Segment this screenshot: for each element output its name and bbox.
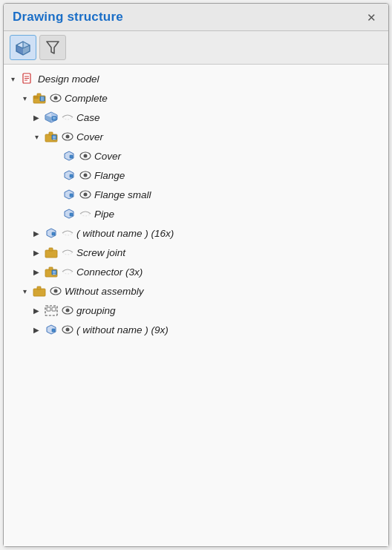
tree-toggle[interactable]: ▾ [30,131,42,143]
svg-rect-65 [47,307,50,311]
eye-half-icon [61,246,74,259]
svg-point-72 [66,328,70,332]
tree-row[interactable]: ▶ Case [4,108,388,127]
close-button[interactable]: ✕ [364,10,379,24]
svg-rect-37 [70,155,73,158]
tree-row[interactable]: Flange [4,166,388,185]
tree-row[interactable]: ▶ Connector (3x) [4,262,388,281]
doc-icon [20,71,35,86]
tree-toggle[interactable]: ▶ [30,324,42,335]
tree-row[interactable]: Flange small [4,185,388,204]
eye-open-icon [61,323,74,336]
item-label: Without assembly [65,286,143,297]
eye-open-icon [79,188,92,201]
item-label: Flange small [94,189,151,200]
item-label: Complete [65,93,108,104]
svg-rect-53 [49,248,53,251]
tree-toggle[interactable]: ▾ [19,92,30,104]
tree-toggle[interactable]: ▾ [19,285,30,297]
eye-open-icon [61,304,74,317]
item-label: Pipe [94,209,114,220]
tree-row[interactable]: ▶ grouping [4,301,388,320]
tree-row[interactable]: Pipe [4,204,388,223]
cube-view-button[interactable] [10,35,36,60]
part-small-icon [44,226,59,240]
item-label: Flange [94,170,125,181]
svg-point-35 [66,135,70,139]
svg-rect-56 [52,270,56,275]
assembly-icon [32,91,47,105]
part-small-icon [62,206,76,221]
svg-rect-29 [49,132,53,135]
svg-rect-51 [52,232,55,235]
item-label: Case [76,112,100,123]
eye-half-icon [79,207,92,220]
tree-row[interactable]: ▶ Screw joint [4,243,388,262]
svg-rect-52 [45,250,57,258]
grouping-icon [44,303,59,318]
svg-point-47 [84,193,88,197]
item-label: Cover [76,131,103,143]
svg-rect-14 [37,94,41,96]
eye-half-icon [61,226,74,240]
toolbar [4,31,388,65]
tree-toggle[interactable]: ▶ [30,111,42,123]
svg-rect-45 [70,194,73,197]
tree-row[interactable]: ▾ Cover [4,127,388,146]
tree-row[interactable]: ▾ Without assembly [4,281,388,301]
eye-open-icon [61,130,74,143]
eye-open-icon [79,149,92,163]
assembly-icon [44,129,59,144]
cube-icon [15,39,31,56]
item-label: Connector (3x) [76,266,143,278]
tree-toggle[interactable]: ▶ [30,304,42,316]
svg-point-63 [54,289,58,293]
svg-point-20 [54,96,58,100]
part-small-icon [62,148,76,163]
eye-half-icon [61,265,74,278]
filter-icon [46,40,59,55]
eye-open-icon [49,91,62,105]
panel-title: Drawing structure [13,10,123,24]
eye-half-icon [61,111,74,124]
svg-point-39 [84,154,88,158]
tree-toggle[interactable]: ▶ [30,227,42,239]
svg-point-68 [66,309,70,312]
tree-row[interactable]: ▶ ( without name ) (16x) [4,223,388,243]
part-small-icon [62,168,76,183]
tree-row[interactable]: ▶ ( without name ) (9x) [4,320,388,339]
item-label: Cover [94,151,121,162]
eye-open-icon [79,168,92,182]
part-icon [44,110,59,125]
title-bar: Drawing structure ✕ [4,4,388,31]
drawing-structure-panel: Drawing structure ✕ ▾ [3,3,389,547]
svg-rect-25 [52,117,56,120]
item-label: ( without name ) (9x) [76,324,169,335]
tree-row[interactable]: ▾ Design model [4,69,388,88]
eye-open-icon [49,284,62,298]
part-small-icon [62,187,76,202]
assembly-icon [32,284,47,298]
assembly-overlay-icon [44,264,59,279]
svg-rect-49 [70,213,73,216]
svg-marker-7 [47,42,59,53]
tree-area[interactable]: ▾ Design model ▾ [4,65,388,546]
item-label: Design model [38,73,99,85]
tree-row[interactable]: ▾ Complete [4,88,388,108]
svg-rect-70 [52,329,55,332]
svg-rect-66 [52,307,56,311]
part-small-icon [44,322,59,337]
svg-rect-41 [70,174,73,177]
item-label: ( without name ) (16x) [76,228,174,239]
item-label: grouping [76,305,116,316]
tree-row[interactable]: Cover [4,146,388,166]
svg-rect-61 [37,287,41,289]
assembly-icon [44,245,59,260]
tree-toggle[interactable]: ▶ [30,266,42,278]
tree-toggle[interactable]: ▾ [7,73,19,85]
item-label: Screw joint [76,247,125,258]
tree-toggle[interactable]: ▶ [30,246,42,258]
filter-button[interactable] [39,35,66,60]
svg-point-43 [84,174,88,177]
svg-rect-30 [52,135,56,140]
